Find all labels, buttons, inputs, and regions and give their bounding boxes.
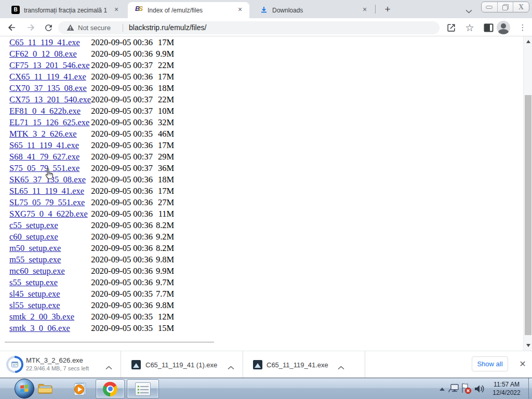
tab-search-chevron-icon[interactable]: [466, 6, 472, 16]
tab-index-of-emulz-files[interactable]: BS Index of /emulz/files ×: [128, 2, 249, 18]
start-button[interactable]: [15, 379, 34, 398]
table-row: SK65_37_135_08.exe 2020-09-05 00:36 18M: [9, 174, 174, 185]
tab-close-icon[interactable]: ×: [112, 6, 121, 14]
show-desktop-button[interactable]: [528, 378, 532, 399]
restore-button[interactable]: [498, 2, 514, 12]
file-link[interactable]: EF81_0_4_622b.exe: [9, 106, 81, 116]
file-link[interactable]: m50_setup.exe: [9, 243, 61, 253]
scrollbar-thumb[interactable]: [525, 95, 531, 335]
download-filename[interactable]: MTK_3_2_626.exe: [26, 356, 83, 364]
file-date: 2020-09-05 00:36: [91, 208, 154, 220]
close-window-button[interactable]: X: [513, 2, 529, 12]
address-bar[interactable]: Not secure blackstrip.ru/emulz/files/: [58, 21, 440, 34]
file-link[interactable]: EL71_15_126_625.exe: [9, 117, 89, 127]
file-size: 8.2M: [154, 220, 174, 231]
download-status: 22.9/46.4 MB, 7 secs left: [26, 365, 89, 371]
taskbar-task-list-button[interactable]: ⋯: [127, 379, 159, 398]
side-panel-icon[interactable]: [482, 21, 495, 34]
minimize-button[interactable]: [482, 2, 498, 12]
file-link[interactable]: c60_setup.exe: [9, 232, 58, 242]
table-row: CX70_37_135_08.exe 2020-09-05 00:36 18M: [9, 83, 174, 94]
media-player-icon[interactable]: [72, 382, 87, 397]
file-link[interactable]: S65_11_119_41.exe: [9, 140, 79, 150]
table-row: SXG75_0_4_622b.exe 2020-09-05 00:36 11M: [9, 208, 174, 220]
bookmark-star-icon[interactable]: ☆: [463, 21, 476, 34]
download-progress-ring: [6, 356, 23, 373]
file-link[interactable]: CX65_11_119_41.exe: [9, 72, 86, 82]
file-date: 2020-09-05 00:35: [91, 128, 154, 140]
file-size: 9.9M: [154, 48, 174, 60]
file-listing-table: C65_11_119_41.exe 2020-09-05 00:36 17M C…: [9, 37, 174, 334]
file-link[interactable]: smtk_2_00_3b.exe: [9, 312, 74, 322]
close-icon: X: [518, 4, 524, 11]
minimize-icon: [486, 6, 493, 9]
close-downloads-bar-icon[interactable]: ✕: [518, 360, 527, 369]
file-link[interactable]: MTK_3_2_626.exe: [9, 129, 77, 139]
scroll-down-arrow-icon[interactable]: [526, 344, 530, 347]
file-link[interactable]: sl45_setup.exe: [9, 289, 60, 299]
file-link[interactable]: SL75_05_79_551.exe: [9, 197, 85, 207]
chevron-up-icon[interactable]: [105, 363, 112, 372]
file-link[interactable]: CF75_13_201_546.exe: [9, 60, 89, 70]
security-label[interactable]: Not secure: [78, 24, 111, 32]
file-date: 2020-09-05 00:36: [91, 277, 154, 288]
scrollbar[interactable]: [523, 36, 532, 351]
not-secure-warning-icon[interactable]: [66, 24, 74, 33]
file-date: 2020-09-05 00:35: [91, 288, 154, 300]
share-icon[interactable]: [444, 21, 458, 34]
tab-downloads[interactable]: Downloads ×: [252, 3, 374, 18]
reload-button[interactable]: [42, 21, 55, 34]
window-controls: X: [481, 2, 529, 12]
download-favicon-icon: [260, 6, 268, 14]
show-hidden-icons-chevron[interactable]: [440, 388, 445, 391]
tab-title: Downloads: [272, 7, 355, 14]
file-size: 8.2M: [154, 243, 174, 254]
favicon-letter-s: S: [138, 5, 141, 12]
file-link[interactable]: CF62_0_12_08.exe: [9, 49, 77, 59]
file-explorer-icon[interactable]: [37, 381, 53, 397]
back-button[interactable]: [5, 21, 19, 34]
table-row: CF75_13_201_546.exe 2020-09-05 00:37 22M: [9, 60, 174, 71]
file-link[interactable]: sl55_setup.exe: [9, 300, 60, 310]
file-link[interactable]: CX75_13_201_540.exe: [9, 95, 91, 104]
forward-button[interactable]: [24, 21, 37, 34]
show-all-downloads-button[interactable]: Show all: [472, 356, 508, 371]
file-date: 2020-09-05 00:36: [91, 48, 154, 60]
file-link[interactable]: m55_setup.exe: [9, 255, 61, 264]
file-date: 2020-09-05 00:36: [91, 265, 154, 277]
taskbar-chrome-button[interactable]: [96, 379, 125, 398]
file-date: 2020-09-05 00:36: [91, 254, 154, 265]
file-link[interactable]: SXG75_0_4_622b.exe: [9, 209, 88, 219]
tab-brainly[interactable]: B transformați fracția zecimală 1,2 ×: [4, 3, 126, 18]
restore-icon: [502, 4, 509, 10]
file-link[interactable]: SL65_11_119_41.exe: [9, 186, 84, 196]
table-row: SL75_05_79_551.exe 2020-09-05 00:36 27M: [9, 197, 174, 208]
tab-title: transformați fracția zecimală 1,2: [24, 7, 107, 14]
file-link[interactable]: mc60_setup.exe: [9, 266, 65, 276]
taskbar-clock[interactable]: 11:57 AM 12/4/2022: [485, 380, 528, 397]
tab-close-icon[interactable]: ×: [236, 6, 244, 14]
file-link[interactable]: s55_setup.exe: [9, 277, 58, 287]
taskbar: ⋯: [0, 378, 532, 399]
file-link[interactable]: c55_setup.exe: [9, 220, 58, 230]
file-link[interactable]: smtk_3_0_06.exe: [9, 323, 70, 333]
chevron-up-icon[interactable]: [228, 363, 234, 372]
table-row: CF62_0_12_08.exe 2020-09-05 00:36 9.9M: [9, 48, 174, 60]
file-link[interactable]: C65_11_119_41.exe: [9, 37, 80, 47]
tab-close-icon[interactable]: ×: [361, 6, 369, 14]
browser-menu-icon[interactable]: ⋮: [517, 21, 528, 34]
file-date: 2020-09-05 00:37: [91, 151, 154, 163]
exe-file-icon: [253, 360, 262, 369]
file-date: 2020-09-05 00:37: [91, 60, 154, 71]
clock-time: 11:57 AM: [485, 380, 528, 389]
download-filename[interactable]: C65_11_119_41.exe: [267, 361, 328, 369]
new-tab-button[interactable]: +: [381, 3, 394, 16]
download-filename[interactable]: C65_11_119_41 (1).exe: [145, 361, 217, 369]
profile-avatar[interactable]: [497, 21, 510, 34]
scroll-up-arrow-icon[interactable]: [526, 40, 530, 43]
file-size: 22M: [154, 60, 174, 71]
file-link[interactable]: S68_41_79_627.exe: [9, 152, 79, 162]
url-text[interactable]: blackstrip.ru/emulz/files/: [129, 23, 206, 32]
chevron-up-icon[interactable]: [338, 363, 344, 372]
file-link[interactable]: CX70_37_135_08.exe: [9, 83, 87, 93]
